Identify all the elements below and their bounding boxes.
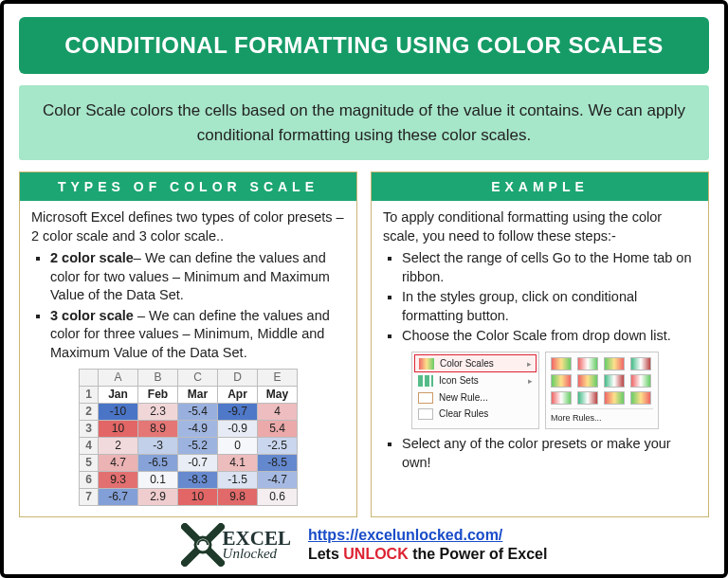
- preset-swatch[interactable]: [630, 374, 651, 388]
- icon-sets-icon: [418, 375, 433, 387]
- list-item: 3 color scale – We can define the values…: [50, 307, 345, 363]
- chevron-right-icon: ▸: [527, 358, 532, 370]
- new-rule-icon: [418, 392, 433, 404]
- brand-line2: Unlocked: [223, 548, 291, 561]
- tagline: Lets UNLOCK the Power of Excel: [308, 546, 548, 563]
- brand-line1: EXCEL: [223, 530, 291, 548]
- example-spreadsheet: ABCDE1JanFebMarAprMay2-102.3-5.4-9.74310…: [79, 369, 298, 506]
- list-item: In the styles group, click on conditiona…: [402, 288, 697, 325]
- color-scales-icon: [419, 358, 434, 370]
- list-item: Select the range of cells Go to the Home…: [402, 249, 697, 286]
- conditional-format-menu: Color Scales ▸ Icon Sets ▸ New Rule...: [411, 352, 539, 429]
- col-types-body: Microsoft Excel defines two types of col…: [20, 201, 356, 512]
- menu-label: Color Scales: [440, 357, 494, 370]
- preset-swatch[interactable]: [630, 357, 651, 370]
- list-item: Select any of the color presets or make …: [402, 435, 697, 472]
- footer-right: https://excelunlocked.com/ Lets UNLOCK t…: [308, 527, 548, 563]
- menu-label: New Rule...: [439, 391, 488, 405]
- tagline-bold: UNLOCK: [343, 546, 408, 562]
- intro-text: Color Scale colors the cells based on th…: [19, 85, 709, 160]
- menu-label: Clear Rules: [439, 407, 488, 421]
- list-item: 2 color scale– We can define the values …: [50, 249, 345, 305]
- preset-swatch[interactable]: [604, 374, 625, 388]
- bullet-bold: 2 color scale: [50, 250, 134, 265]
- logo-text: EXCEL Unlocked: [223, 530, 291, 560]
- preset-swatch[interactable]: [551, 391, 572, 405]
- preset-swatch[interactable]: [604, 357, 625, 370]
- tagline-pre: Lets: [308, 546, 343, 562]
- menu-item-new-rule[interactable]: New Rule...: [414, 389, 537, 406]
- col-types-heading: TYPES OF COLOR SCALE: [20, 172, 356, 201]
- dropdown-illustration: Color Scales ▸ Icon Sets ▸ New Rule...: [411, 352, 697, 429]
- col-types: TYPES OF COLOR SCALE Microsoft Excel def…: [19, 172, 357, 517]
- clear-rules-icon: [418, 408, 433, 420]
- col-example-heading: EXAMPLE: [372, 172, 708, 201]
- preset-swatch[interactable]: [577, 374, 598, 388]
- col-example: EXAMPLE To apply conditional formatting …: [371, 172, 709, 517]
- logo-x-icon: [181, 523, 225, 567]
- bullet-bold: 3 color scale: [50, 308, 137, 323]
- brand-url[interactable]: https://excelunlocked.com/: [308, 527, 502, 543]
- color-scale-presets: More Rules...: [545, 352, 659, 429]
- menu-item-icon-sets[interactable]: Icon Sets ▸: [414, 372, 537, 389]
- types-list: 2 color scale– We can define the values …: [37, 249, 345, 362]
- preset-grid: [551, 357, 653, 405]
- tagline-post: the Power of Excel: [409, 546, 548, 562]
- more-rules-link[interactable]: More Rules...: [551, 408, 653, 424]
- preset-swatch[interactable]: [630, 391, 651, 405]
- types-para: Microsoft Excel defines two types of col…: [31, 208, 345, 245]
- preset-swatch[interactable]: [551, 374, 572, 388]
- list-item: Choose the Color Scale from drop down li…: [402, 327, 697, 346]
- menu-label: Icon Sets: [439, 374, 479, 388]
- document-frame: CONDITIONAL FORMATTING USING COLOR SCALE…: [0, 0, 728, 578]
- footer: EXCEL Unlocked https://excelunlocked.com…: [19, 523, 709, 567]
- example-steps: Select the range of cells Go to the Home…: [389, 249, 697, 346]
- example-steps-after: Select any of the color presets or make …: [389, 435, 697, 472]
- menu-item-clear-rules[interactable]: Clear Rules: [414, 406, 537, 423]
- preset-swatch[interactable]: [577, 357, 598, 370]
- chevron-right-icon: ▸: [528, 375, 533, 387]
- example-para: To apply conditional formatting using th…: [383, 208, 697, 245]
- preset-swatch[interactable]: [551, 357, 572, 370]
- menu-item-color-scales[interactable]: Color Scales ▸: [414, 354, 537, 373]
- page-title: CONDITIONAL FORMATTING USING COLOR SCALE…: [19, 17, 709, 74]
- preset-swatch[interactable]: [577, 391, 598, 405]
- columns: TYPES OF COLOR SCALE Microsoft Excel def…: [19, 172, 709, 517]
- col-example-body: To apply conditional formatting using th…: [372, 201, 708, 483]
- preset-swatch[interactable]: [604, 391, 625, 405]
- brand-logo: EXCEL Unlocked: [181, 523, 291, 567]
